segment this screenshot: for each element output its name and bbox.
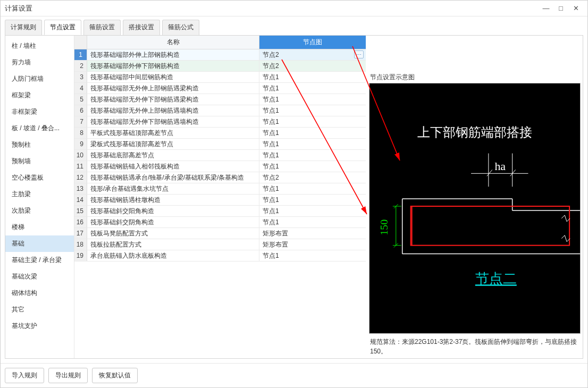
table-row[interactable]: 4筏形基础端部无外伸上部钢筋遇梁构造节点1 [74, 83, 366, 94]
table-row[interactable]: 7筏形基础端部无外伸下部钢筋遇墙构造节点1 [74, 116, 366, 128]
sidebar-item-precast-column[interactable]: 预制柱 [5, 137, 74, 153]
table-row[interactable]: 11筏形基础钢筋锚入相邻筏板构造节点1 [74, 161, 366, 172]
sidebar-item-stair[interactable]: 楼梯 [5, 219, 74, 235]
sidebar-item-pit-support[interactable]: 基坑支护 [5, 318, 74, 334]
cell-node[interactable]: 矩形布置 [259, 228, 366, 239]
sidebar-item-nonframe-beam[interactable]: 非框架梁 [5, 104, 74, 120]
th-rownum [74, 36, 87, 49]
row-number: 1 [74, 49, 87, 60]
sidebar-item-foundation[interactable]: 基础 [5, 235, 74, 252]
cell-name: 筏形基础端部无外伸下部钢筋遇梁构造 [87, 94, 259, 105]
cell-node[interactable]: 节点1 [259, 250, 366, 261]
table-row[interactable]: 6筏形基础端部无外伸上部钢筋遇墙构造节点1 [74, 105, 366, 116]
cell-node[interactable]: 矩形布置 [259, 239, 366, 250]
sidebar-item-slab[interactable]: 板 / 坡道 / 叠合... [5, 120, 74, 137]
svg-rect-10 [411, 206, 569, 246]
sidebar-item-masonry[interactable]: 砌体结构 [5, 285, 74, 301]
table-row[interactable]: 1筏形基础端部外伸上部钢筋构造节点2⋯ [74, 49, 366, 61]
cell-name: 梁板式筏形基础顶部高差节点 [87, 139, 259, 149]
sidebar-item-frame-beam[interactable]: 框架梁 [5, 87, 74, 104]
table-row[interactable]: 5筏形基础端部无外伸下部钢筋遇梁构造节点1 [74, 94, 366, 105]
cell-name: 筏形基础端部中间层钢筋构造 [87, 72, 259, 82]
svg-line-4 [510, 170, 516, 176]
cell-name: 筏形基础端部无外伸上部钢筋遇梁构造 [87, 83, 259, 94]
sidebar-item-foundation-beam[interactable]: 基础主梁 / 承台梁 [5, 252, 74, 268]
cell-node[interactable]: 节点1 [259, 83, 366, 94]
diagram-150-label: 150 [378, 220, 390, 235]
row-number: 15 [74, 206, 87, 216]
table-row[interactable]: 8平板式筏形基础顶部高差节点节点1 [74, 128, 366, 139]
tab-stirrup-config[interactable]: 箍筋设置 [83, 20, 121, 35]
minimize-button[interactable]: ― [539, 3, 553, 14]
import-rule-button[interactable]: 导入规则 [5, 368, 44, 383]
table: 名称 节点图 1筏形基础端部外伸上部钢筋构造节点2⋯2筏形基础端部外伸下部钢筋构… [74, 36, 366, 358]
table-header: 名称 节点图 [74, 36, 366, 49]
tab-splice-config[interactable]: 搭接设置 [123, 20, 160, 35]
row-number: 5 [74, 94, 87, 105]
table-row[interactable]: 19承台底筋锚入防水底板构造节点1 [74, 250, 366, 262]
cell-node[interactable]: 节点1 [259, 217, 366, 227]
sidebar-item-main-rib[interactable]: 主肋梁 [5, 186, 74, 203]
table-row[interactable]: 14筏形基础钢筋遇柱墩构造节点1 [74, 195, 366, 206]
table-row[interactable]: 2筏形基础端部外伸下部钢筋构造节点2 [74, 61, 366, 72]
row-number: 9 [74, 139, 87, 149]
table-row[interactable]: 18筏板拉筋配置方式矩形布置 [74, 239, 366, 250]
node-edit-button[interactable]: ⋯ [354, 50, 364, 58]
sidebar-item-other[interactable]: 其它 [5, 301, 74, 318]
cell-name: 筏板马凳筋配置方式 [87, 228, 259, 239]
table-row[interactable]: 15筏形基础斜交阳角构造节点1 [74, 206, 366, 217]
cell-node[interactable]: 节点1 [259, 94, 366, 105]
table-row[interactable]: 13筏形/承台基础遇集水坑节点节点1 [74, 183, 366, 195]
table-row[interactable]: 10筏形基础底部高差节点节点1 [74, 150, 366, 161]
table-row[interactable]: 9梁板式筏形基础顶部高差节点节点1 [74, 139, 366, 150]
sidebar: 柱 / 墙柱 剪力墙 人防门框墙 框架梁 非框架梁 板 / 坡道 / 叠合...… [5, 36, 74, 358]
cell-node[interactable]: 节点2⋯ [259, 49, 366, 60]
cell-node[interactable]: 节点1 [259, 150, 366, 161]
cell-node[interactable]: 节点1 [259, 195, 366, 205]
close-button[interactable]: ✕ [568, 3, 583, 14]
sidebar-item-sec-rib[interactable]: 次肋梁 [5, 203, 74, 219]
cell-node[interactable]: 节点2 [259, 172, 366, 183]
row-number: 11 [74, 161, 87, 172]
cell-node[interactable]: 节点1 [259, 105, 366, 116]
row-number: 19 [74, 250, 87, 261]
maximize-button[interactable]: □ [553, 3, 568, 14]
cell-name: 筏形基础端部无外伸上部钢筋遇墙构造 [87, 105, 259, 116]
row-number: 7 [74, 116, 87, 127]
row-number: 3 [74, 72, 87, 82]
row-number: 18 [74, 239, 87, 250]
table-row[interactable]: 17筏板马凳筋配置方式矩形布置 [74, 228, 366, 239]
sidebar-item-column[interactable]: 柱 / 墙柱 [5, 38, 74, 54]
tab-calc-rule[interactable]: 计算规则 [5, 20, 42, 35]
cell-node[interactable]: 节点1 [259, 206, 366, 216]
cell-name: 承台底筋锚入防水底板构造 [87, 250, 259, 261]
sidebar-item-shearwall[interactable]: 剪力墙 [5, 54, 74, 71]
cell-name: 筏板拉筋配置方式 [87, 239, 259, 250]
table-row[interactable]: 16筏形基础斜交阴角构造节点1 [74, 217, 366, 228]
cell-node[interactable]: 节点2 [259, 61, 366, 71]
sidebar-item-doorframe[interactable]: 人防门框墙 [5, 71, 74, 87]
diagram-description: 规范算法：来源22G101-3第2-37页。筏板面筋伸到端部弯折，与底筋搭接 1… [369, 334, 579, 356]
cell-name: 平板式筏形基础顶部高差节点 [87, 128, 259, 138]
tab-node-config[interactable]: 节点设置 [44, 20, 81, 35]
cell-node[interactable]: 节点1 [259, 72, 366, 82]
restore-defaults-button[interactable]: 恢复默认值 [92, 368, 138, 383]
table-row[interactable]: 3筏形基础端部中间层钢筋构造节点1 [74, 72, 366, 83]
cell-node[interactable]: 节点1 [259, 139, 366, 149]
export-rule-button[interactable]: 导出规则 [48, 368, 88, 383]
row-number: 6 [74, 105, 87, 116]
sidebar-item-precast-wall[interactable]: 预制墙 [5, 153, 74, 170]
content: 柱 / 墙柱 剪力墙 人防门框墙 框架梁 非框架梁 板 / 坡道 / 叠合...… [5, 36, 583, 358]
table-row[interactable]: 12筏形基础钢筋遇承台/独基/承台梁/基础联系梁/条基构造节点2 [74, 172, 366, 183]
sidebar-item-foundation-sec-beam[interactable]: 基础次梁 [5, 268, 74, 285]
cell-node[interactable]: 节点1 [259, 116, 366, 127]
sidebar-item-hollow-slab[interactable]: 空心楼盖板 [5, 170, 74, 186]
tabs: 计算规则 节点设置 箍筋设置 搭接设置 箍筋公式 [1, 16, 587, 35]
cell-node[interactable]: 节点1 [259, 161, 366, 172]
diagram-canvas: 上下部钢筋端部搭接 ha [369, 83, 581, 334]
cell-node[interactable]: 节点1 [259, 128, 366, 138]
cell-name: 筏形基础底部高差节点 [87, 150, 259, 161]
cell-node[interactable]: 节点1 [259, 183, 366, 194]
tab-stirrup-formula[interactable]: 箍筋公式 [162, 20, 199, 35]
row-number: 2 [74, 61, 87, 71]
